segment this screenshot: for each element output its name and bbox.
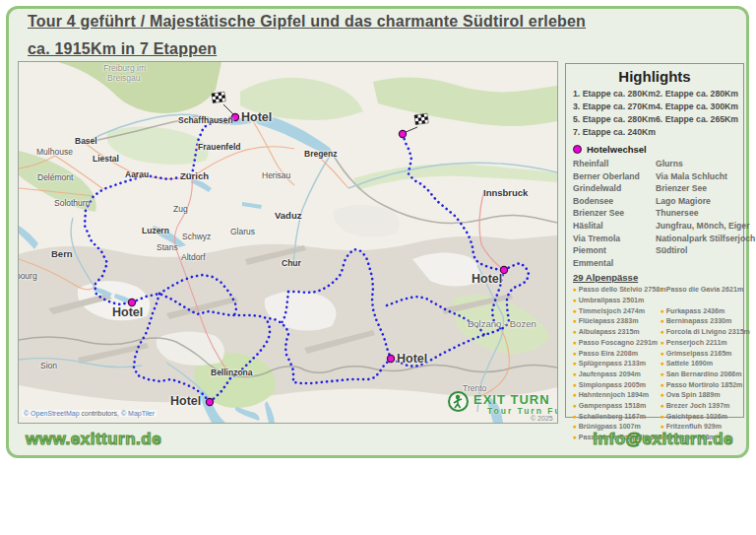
- flyer-canvas: Tour 4 geführt / Majestätische Gipfel un…: [0, 0, 756, 535]
- map-label-chur: Chur: [282, 258, 301, 268]
- pass-row: Gampenpass 1518m Brezer Joch 1397m: [573, 401, 736, 412]
- map-label-schwyz: Schwyz: [182, 232, 211, 241]
- pass-item: Forcola di Livigno 2315m: [661, 327, 750, 338]
- sight-item: Via Tremola: [573, 233, 656, 245]
- pass-item: Furkapass 2436m: [661, 306, 724, 317]
- pass-item: Passo dello Stelvio 2758m: [573, 285, 661, 296]
- pass-item: San Bernardino 2066m: [661, 369, 742, 380]
- sight-item: Emmental: [573, 257, 656, 270]
- map-label-aarau: Aarau: [125, 169, 149, 179]
- highlights-panel: Highlights 1. Etappe ca. 280Km 2. Etappe…: [565, 63, 744, 418]
- sight-row: Bodensee Lago Magiore: [573, 195, 736, 208]
- highlights-title: Highlights: [573, 68, 736, 85]
- maptiler-link[interactable]: © MapTiler: [121, 410, 155, 417]
- pass-item: Schallenberg 1167m: [573, 412, 661, 423]
- etappe-row: 5. Etappe ca. 280Km 6. Etappe ca. 265Km: [573, 113, 736, 126]
- etappe-item: 4. Etappe ca. 300Km: [656, 100, 738, 113]
- map-label-zurich: Zürich: [180, 170, 209, 181]
- pass-item: Passo Eira 2208m: [573, 349, 661, 360]
- sight-row: Rheinfall Glurns: [573, 158, 736, 170]
- logo-year: © 2025: [531, 415, 553, 422]
- etappe-item: 6. Etappe ca. 265Km: [656, 113, 738, 126]
- map-label-breisgau: Breisgau: [107, 73, 141, 83]
- map-label-solothurn: Solothurn: [54, 198, 90, 208]
- pass-item: Umbrailpass 2501m: [573, 296, 661, 306]
- pass-item: Grimselpass 2165m: [661, 349, 731, 360]
- sight-item: Jungfrau, Mönch, Eiger: [656, 220, 750, 233]
- pass-item: Jaufenpass 2094m: [573, 369, 661, 380]
- logo-text: EXIT TURN: [473, 392, 550, 407]
- sight-row: Grindelwald Brienzer See: [573, 182, 736, 195]
- page-title: Tour 4 geführt / Majestätische Gipfel un…: [28, 13, 586, 31]
- sight-item: Piemont: [573, 244, 656, 257]
- map-label-bolzano: Bolzano - Bozen: [468, 318, 536, 329]
- sight-row: Piemont Südtirol: [573, 244, 736, 257]
- attribution-text: contributors,: [81, 410, 119, 417]
- hotel-label: Hotel: [397, 352, 427, 366]
- sight-item: Südtirol: [656, 244, 687, 257]
- map-label-sion: Sion: [40, 361, 57, 370]
- pass-row: Schallenberg 1167m Gaichtpass 1026m: [573, 412, 736, 423]
- pass-item: Berninapass 2330m: [661, 316, 731, 327]
- map-attribution: © OpenStreetMap contributors, © MapTiler: [22, 410, 157, 417]
- pass-item: Flüelapass 2383m: [573, 316, 661, 327]
- website-link[interactable]: www.exitturn.de: [26, 430, 161, 449]
- hotel-label: Hotel: [241, 110, 272, 124]
- map-label-bellinzona: Bellinzona: [211, 368, 253, 377]
- pass-item: Albulapass 2315m: [573, 327, 661, 338]
- pass-item: Gampenpass 1518m: [573, 401, 661, 412]
- passes-list: Passo dello Stelvio 2758m Passo die Gavi…: [573, 285, 736, 443]
- map-label-luzern: Luzern: [142, 226, 169, 235]
- page-subtitle: ca. 1915Km in 7 Etappen: [28, 40, 217, 58]
- pass-row: Jaufenpass 2094m San Bernardino 2066m: [573, 369, 736, 380]
- map-label-delemont: Delémont: [37, 172, 73, 182]
- pass-item: Splügenpass 2133m: [573, 359, 661, 369]
- pass-item: Hahntennjoch 1894m: [573, 390, 661, 401]
- map-label-herisau: Herisau: [262, 170, 290, 180]
- hotel-label: Hotel: [112, 305, 143, 319]
- pass-row: Simplonpass 2005m Passo Mortirolo 1852m: [573, 380, 736, 391]
- pass-item: Passo Mortirolo 1852m: [661, 380, 742, 391]
- osm-link[interactable]: © OpenStreetMap: [24, 410, 80, 417]
- tour-map: Freiburg im Breisgau Mulhouse Basel Lies…: [18, 61, 558, 424]
- sight-item: Grindelwald: [573, 182, 656, 195]
- pass-item: Sattele 1690m: [661, 359, 713, 369]
- hotel-marker-icon: [573, 145, 582, 154]
- etappe-row: 7. Etappe ca. 240Km: [573, 126, 736, 139]
- sight-item: Glurns: [656, 158, 683, 170]
- hotelwechsel-legend: Hotelwechsel: [573, 143, 736, 155]
- sights-list: Rheinfall Glurns Berner Oberland Via Mal…: [573, 158, 736, 269]
- pass-row: Umbrailpass 2501m: [573, 296, 736, 306]
- map-label-fribourg: Fribourg: [18, 271, 37, 281]
- etappe-item: 2. Etappe ca. 280Km: [656, 88, 738, 100]
- map-label-schaffhausen: Schaffhausen: [178, 115, 233, 125]
- sight-row: Brienzer See Thunersee: [573, 207, 736, 220]
- exitturn-badge-icon: [448, 391, 469, 412]
- pass-row: Splügenpass 2133m Sattele 1690m: [573, 359, 736, 369]
- sight-item: Häslital: [573, 220, 656, 233]
- email-link[interactable]: info@exitturn.de: [593, 430, 733, 449]
- pass-row: Passo dello Stelvio 2758m Passo die Gavi…: [573, 285, 736, 296]
- etappe-item: 1. Etappe ca. 280Km: [573, 88, 656, 100]
- pass-item: Simplonpass 2005m: [573, 380, 661, 391]
- sight-item: Bodensee: [573, 195, 656, 208]
- sight-row: Via Tremola Nationalpark Stilfserjoch: [573, 233, 736, 245]
- map-label-innsbruck: Innsbruck: [483, 187, 528, 198]
- map-label-stans: Stans: [157, 242, 178, 252]
- pass-row: Passo Eira 2208m Grimselpass 2165m: [573, 349, 736, 360]
- map-label-glarus: Glarus: [230, 227, 255, 236]
- map-label-frauenfeld: Frauenfeld: [198, 142, 240, 152]
- etappe-item: 3. Etappe ca. 270Km: [573, 100, 656, 113]
- terrain: [19, 62, 557, 423]
- sight-item: Brienzer See: [573, 207, 656, 220]
- sight-row: Berner Oberland Via Mala Schlucht: [573, 170, 736, 183]
- sight-item: Nationalpark Stilfserjoch: [656, 233, 755, 245]
- map-label-altdorf: Altdorf: [181, 252, 206, 262]
- pass-item: Ova Spin 1889m: [661, 390, 721, 401]
- etappe-item: [656, 126, 736, 139]
- pass-row: Timmelsjoch 2474m Furkapass 2436m: [573, 306, 736, 317]
- sight-item: Rheinfall: [573, 158, 656, 170]
- map-label-freiburg: Freiburg im: [103, 63, 146, 73]
- pass-item: Passo Foscagno 2291m: [573, 338, 661, 349]
- map-label-mulhouse: Mulhouse: [36, 147, 73, 157]
